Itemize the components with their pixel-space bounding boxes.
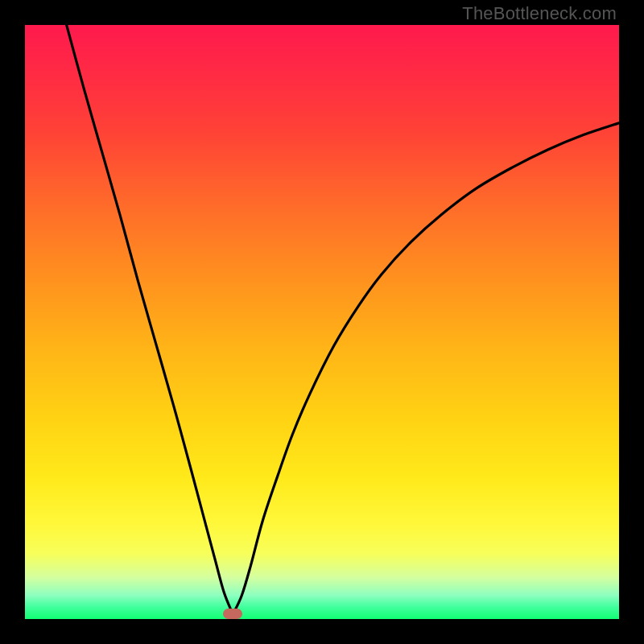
plot-area <box>25 25 619 619</box>
curve-right-branch <box>233 123 619 614</box>
watermark-text: TheBottleneck.com <box>462 3 617 24</box>
optimum-marker <box>223 609 242 619</box>
bottleneck-curve <box>25 25 619 619</box>
chart-frame: TheBottleneck.com <box>0 0 644 644</box>
curve-left-branch <box>67 25 233 614</box>
